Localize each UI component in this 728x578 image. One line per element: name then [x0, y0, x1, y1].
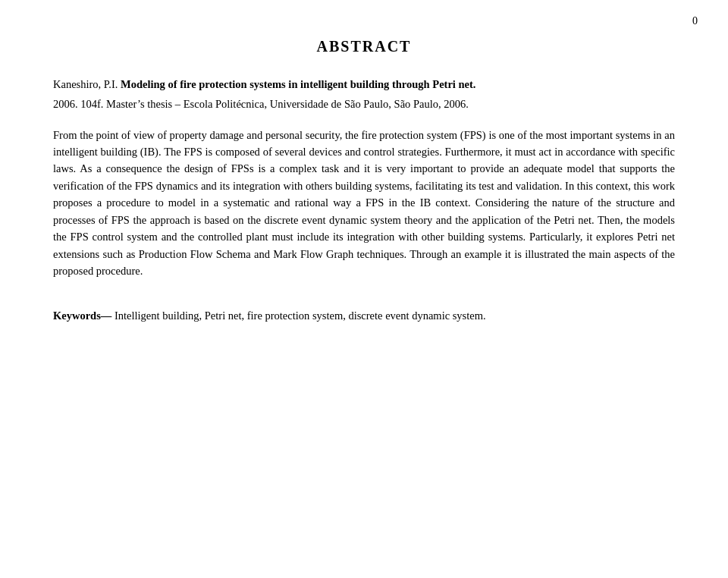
citation-year: 2006. 104f. [53, 98, 103, 110]
keywords-label: Keywords— [53, 309, 111, 322]
citation-thesis: Master’s thesis – Escola Politécnica, Un… [106, 98, 469, 110]
citation-author: Kaneshiro, P.I. [53, 78, 118, 90]
citation-bold-title: Modeling of fire protection systems in i… [121, 78, 475, 90]
keywords-text: Intelligent building, Petri net, fire pr… [111, 309, 485, 322]
page: 0 ABSTRACT Kaneshiro, P.I. Modeling of f… [0, 0, 728, 578]
page-number: 0 [692, 15, 698, 27]
citation-author-line: Kaneshiro, P.I. Modeling of fire protect… [53, 77, 675, 93]
keywords-section: Keywords— Intelligent building, Petri ne… [53, 307, 675, 324]
abstract-body: From the point of view of property damag… [53, 127, 675, 280]
citation-year-line: 2006. 104f. Master’s thesis – Escola Pol… [53, 96, 675, 113]
abstract-title: ABSTRACT [53, 38, 675, 55]
